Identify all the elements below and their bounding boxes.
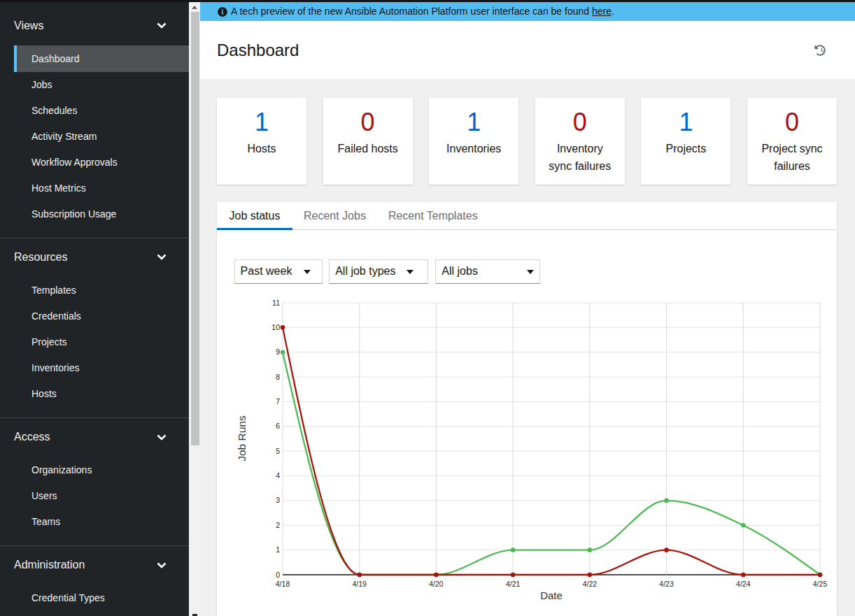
svg-text:9: 9 [276,348,280,356]
svg-text:4/20: 4/20 [429,580,444,588]
svg-text:0: 0 [276,571,280,579]
svg-text:4/24: 4/24 [736,580,751,588]
svg-text:10: 10 [271,323,280,331]
svg-text:6: 6 [276,422,280,430]
svg-text:1: 1 [276,545,280,554]
svg-text:11: 11 [272,299,280,307]
svg-text:4/19: 4/19 [352,580,367,588]
svg-text:Job Runs: Job Runs [236,415,248,461]
svg-text:5: 5 [276,447,280,455]
svg-text:2: 2 [276,521,280,529]
svg-text:Date: Date [540,589,563,601]
svg-text:3: 3 [276,496,280,504]
svg-text:4/21: 4/21 [506,580,521,588]
svg-text:8: 8 [276,373,280,381]
svg-text:7: 7 [276,397,280,406]
svg-text:4: 4 [276,471,280,480]
svg-text:4/25: 4/25 [813,580,828,588]
svg-text:4/23: 4/23 [659,580,674,588]
svg-text:4/22: 4/22 [583,580,598,588]
svg-text:4/18: 4/18 [276,580,290,588]
